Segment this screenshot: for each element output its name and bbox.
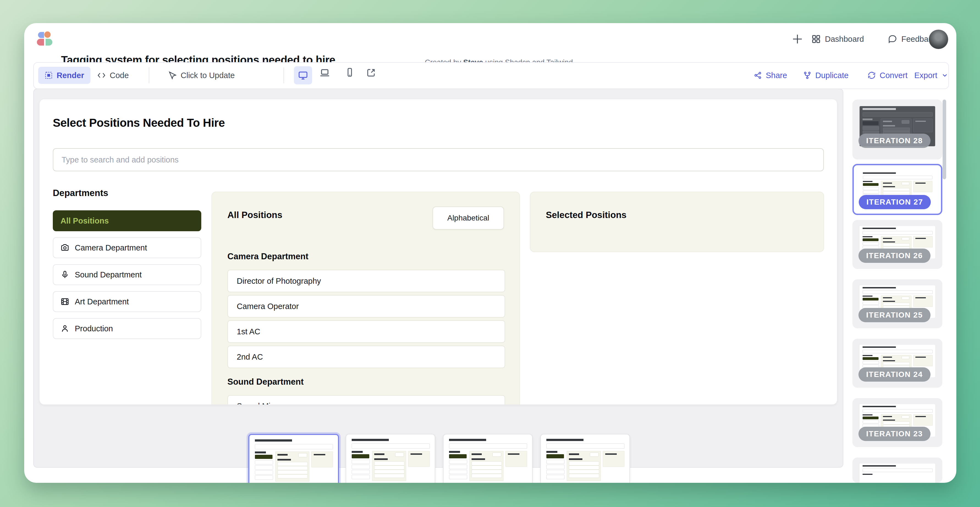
iteration-card-27[interactable]: ITERATION 27 [853, 164, 942, 215]
share-label: Share [766, 71, 787, 80]
canvas-area: Select Positions Needed To Hire Departme… [33, 89, 843, 468]
share-button[interactable]: Share [754, 67, 787, 84]
desktop-view-button[interactable] [294, 66, 312, 84]
department-sound[interactable]: Sound Department [53, 264, 201, 285]
department-camera[interactable]: Camera Department [53, 237, 201, 258]
iteration-card-24[interactable]: ITERATION 24 [853, 339, 942, 388]
plus-icon[interactable] [791, 32, 804, 46]
cursor-icon [168, 71, 177, 80]
convert-icon [867, 71, 876, 79]
open-preview-button[interactable] [366, 67, 376, 78]
all-positions-heading: All Positions [228, 210, 282, 220]
dashboard-label: Dashboard [825, 35, 864, 44]
app-heading: Select Positions Needed To Hire [53, 116, 225, 129]
render-icon [45, 71, 53, 79]
click-to-update-label: Click to Update [181, 71, 235, 80]
app-window: Tagging system for selecting positions n… [24, 23, 956, 483]
app-preview: Select Positions Needed To Hire Departme… [39, 99, 837, 405]
fork-icon [803, 71, 811, 79]
export-button[interactable]: Export [914, 67, 948, 84]
iteration-badge: ITERATION 24 [859, 367, 931, 381]
dashboard-grid-icon [811, 34, 821, 44]
alphabetical-sort-button[interactable]: Alphabetical [433, 207, 504, 230]
iteration-badge: ITERATION 25 [859, 308, 931, 322]
department-production[interactable]: Production [53, 318, 201, 339]
magic-patterns-logo [36, 30, 54, 48]
dashboard-button[interactable]: Dashboard [811, 33, 864, 45]
render-tab[interactable]: Render [38, 67, 91, 84]
laptop-view-button[interactable] [319, 67, 330, 78]
convert-button[interactable]: Convert [867, 67, 908, 84]
click-to-update-button[interactable]: Click to Update [168, 67, 235, 84]
duplicate-label: Duplicate [815, 71, 849, 80]
sidebar-scrollbar[interactable] [943, 100, 946, 179]
header: Tagging system for selecting positions n… [24, 23, 956, 62]
user-avatar[interactable] [929, 29, 948, 49]
iteration-card-23[interactable]: ITERATION 23 [853, 398, 942, 447]
user-icon [60, 324, 69, 333]
toolbar: Render Code Click to Update Share [33, 62, 949, 89]
position-item[interactable]: Camera Operator [228, 295, 505, 318]
export-label: Export [914, 71, 937, 80]
all-positions-panel: All Positions Alphabetical Camera Depart… [212, 192, 520, 405]
selected-positions-panel: Selected Positions [530, 192, 824, 252]
share-icon [754, 71, 762, 79]
iteration-card-26[interactable]: ITERATION 26 [853, 220, 942, 269]
position-item[interactable]: Sound Mixer [228, 395, 505, 405]
history-thumbnail[interactable] [540, 434, 630, 483]
position-item[interactable]: Director of Photography [228, 270, 505, 292]
film-icon [60, 297, 69, 306]
iteration-badge: ITERATION 26 [859, 248, 931, 263]
laptop-icon [319, 67, 330, 78]
iteration-card-28[interactable]: ITERATION 28 [853, 100, 942, 159]
convert-label: Convert [880, 71, 908, 80]
microphone-icon [60, 270, 69, 279]
duplicate-button[interactable]: Duplicate [803, 67, 849, 84]
toolbar-divider [149, 67, 149, 83]
monitor-icon [298, 70, 308, 80]
chat-bubble-icon [888, 34, 897, 44]
department-all-positions[interactable]: All Positions [53, 210, 201, 231]
iteration-card-partial[interactable] [853, 458, 942, 483]
history-thumbnail[interactable] [443, 434, 533, 483]
smartphone-icon [345, 67, 355, 78]
camera-icon [60, 243, 69, 252]
position-item[interactable]: 2nd AC [228, 346, 505, 368]
mobile-view-button[interactable] [345, 67, 355, 78]
code-label: Code [110, 71, 129, 80]
iteration-badge-selected: ITERATION 27 [859, 195, 931, 209]
open-in-new-icon [366, 67, 376, 78]
departments-heading: Departments [53, 188, 108, 198]
history-thumbnail-selected[interactable] [248, 434, 339, 483]
group-heading-sound: Sound Department [228, 377, 304, 387]
position-item[interactable]: 1st AC [228, 320, 505, 343]
chevron-down-icon [941, 72, 948, 79]
iteration-badge: ITERATION 28 [859, 134, 931, 148]
iteration-badge: ITERATION 23 [859, 427, 931, 441]
code-icon [97, 71, 106, 80]
iteration-card-25[interactable]: ITERATION 25 [853, 279, 942, 328]
render-label: Render [57, 71, 84, 80]
group-heading-camera: Camera Department [228, 251, 309, 261]
toolbar-divider-2 [283, 67, 284, 83]
search-input[interactable] [53, 148, 824, 171]
code-tab[interactable]: Code [97, 67, 129, 84]
selected-positions-heading: Selected Positions [546, 210, 627, 220]
history-thumbnail[interactable] [346, 434, 435, 483]
department-art[interactable]: Art Department [53, 291, 201, 312]
